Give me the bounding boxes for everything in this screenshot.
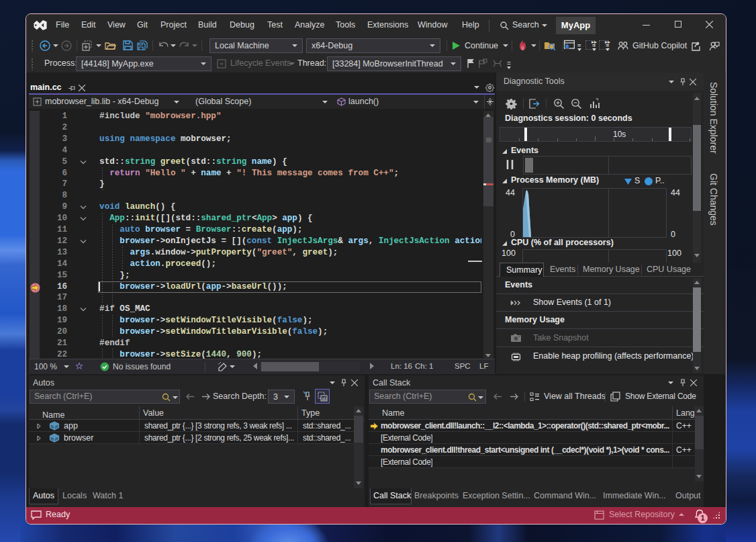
svg-text:ab: ab <box>322 396 327 401</box>
